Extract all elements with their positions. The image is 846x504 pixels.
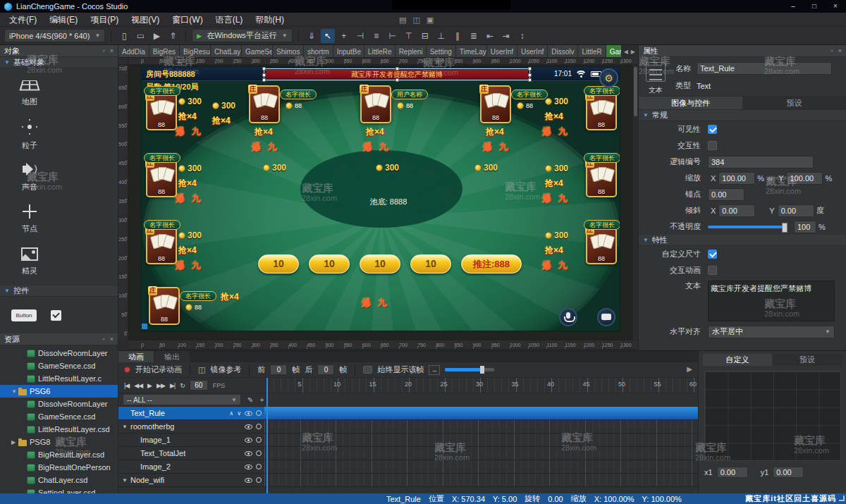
- expander-icon[interactable]: ▼: [121, 477, 128, 484]
- visibility-icon[interactable]: [245, 411, 252, 416]
- record-label[interactable]: 开始记录动画: [135, 364, 182, 375]
- tree-item[interactable]: GameSence.csd: [0, 359, 118, 372]
- track-head[interactable]: Text_Rule∧∨: [118, 407, 264, 419]
- opacity-slider[interactable]: [708, 226, 787, 228]
- layout-grid-icon[interactable]: ▣: [427, 16, 434, 25]
- canvas-tab[interactable]: shortm: [304, 45, 333, 58]
- timeline-track[interactable]: Image_1: [118, 434, 698, 447]
- menu-item[interactable]: 窗口(W): [166, 13, 209, 27]
- canvas-tab[interactable]: AddDia: [118, 45, 149, 58]
- lock-icon[interactable]: [256, 437, 262, 443]
- dock-icon[interactable]: ▫: [831, 47, 833, 54]
- menu-item[interactable]: 帮助(H): [249, 13, 290, 27]
- track-timeline[interactable]: [264, 407, 698, 419]
- close-panel-icon[interactable]: ×: [110, 336, 114, 343]
- tab-preset-curve[interactable]: 预设: [773, 354, 842, 366]
- loop-icon[interactable]: ↻: [180, 382, 185, 389]
- player-tile[interactable]: 庄88: [586, 159, 617, 197]
- tree-item[interactable]: LittleResultLayer.csd: [0, 423, 118, 436]
- canvas-tab[interactable]: InputBe: [333, 45, 364, 58]
- opacity-input[interactable]: [794, 221, 816, 233]
- lock-icon[interactable]: [256, 464, 262, 469]
- canvas-tab[interactable]: Setting: [427, 45, 456, 58]
- canvas-tab[interactable]: BigResu: [180, 45, 211, 58]
- expand-timeline-icon[interactable]: ▶: [687, 365, 692, 373]
- visibility-icon[interactable]: [245, 478, 252, 483]
- layout-columns-icon[interactable]: ▤: [399, 16, 406, 25]
- first-frame-icon[interactable]: |◀: [124, 382, 129, 389]
- record-icon[interactable]: [124, 367, 130, 373]
- general-section[interactable]: ▼ 常规: [639, 110, 846, 121]
- curve-grid[interactable]: [704, 371, 841, 461]
- voice-button[interactable]: [559, 308, 577, 326]
- link-scale-icon[interactable]: ∞: [764, 174, 776, 183]
- track-timeline[interactable]: [264, 434, 698, 446]
- lock-icon[interactable]: [256, 450, 262, 456]
- align-bottom-icon[interactable]: ⊥: [434, 29, 448, 43]
- canvas-vertical-scrollbar[interactable]: [632, 65, 638, 340]
- canvas-tab[interactable]: BigRes: [149, 45, 180, 58]
- select-tool-icon[interactable]: ↖: [321, 29, 335, 43]
- scale-y-input[interactable]: [786, 172, 823, 185]
- preview-play-icon[interactable]: ▶: [149, 29, 164, 43]
- track-head[interactable]: ▼roomotherbg: [118, 420, 264, 433]
- zoom-fit-icon[interactable]: ↔: [429, 365, 440, 375]
- player-tile[interactable]: 庄88: [360, 85, 391, 123]
- move-tool-icon[interactable]: +: [337, 29, 351, 43]
- canvas-tab[interactable]: Shimos: [273, 45, 304, 58]
- device-select[interactable]: iPhone 4/4S(960 * 640) ▼: [4, 29, 105, 42]
- tree-item[interactable]: GameSence.csd: [0, 410, 118, 423]
- align-left-icon[interactable]: ⊣: [353, 29, 367, 43]
- controls-section[interactable]: ▼ 控件: [0, 285, 118, 297]
- canvas-view[interactable]: 池底: 8888 房间号888888 藏宝库开发者提醒您严禁赌博 17:01 局…: [128, 65, 632, 340]
- tab-scroll-left-icon[interactable]: ◀: [624, 49, 628, 55]
- track-timeline[interactable]: [264, 474, 698, 486]
- stretch-left-icon[interactable]: ⇤: [483, 29, 497, 43]
- canvas-tab[interactable]: ChatLay: [211, 45, 242, 58]
- stretch-right-icon[interactable]: ⇥: [499, 29, 513, 43]
- move-down-icon[interactable]: ∨: [237, 410, 241, 417]
- text-content-input[interactable]: 藏宝库开发者提醒您严禁赌博: [708, 281, 835, 321]
- tree-item[interactable]: LittleResultLayer.c: [0, 372, 118, 385]
- menu-item[interactable]: 项目(P): [84, 13, 125, 27]
- custom-size-checkbox[interactable]: [708, 250, 717, 259]
- tab-custom-curve[interactable]: 自定义: [703, 354, 772, 366]
- scrollbar-thumb[interactable]: [634, 67, 637, 116]
- before-frames-input[interactable]: [270, 364, 287, 375]
- canvas-tab[interactable]: LittleRe: [364, 45, 396, 58]
- distribute-v-icon[interactable]: ≣: [467, 29, 481, 43]
- interact-anim-checkbox[interactable]: [708, 266, 717, 275]
- feature-section[interactable]: ▼ 特性: [639, 235, 846, 246]
- button-control-icon[interactable]: Button: [11, 309, 37, 321]
- mirror-label[interactable]: 镜像参考: [210, 364, 241, 375]
- object-item[interactable]: 声音: [0, 156, 59, 198]
- timeline-track[interactable]: ▼roomotherbg: [118, 420, 698, 434]
- expander-icon[interactable]: ▼: [11, 388, 18, 395]
- y1-input[interactable]: [773, 467, 804, 478]
- canvas-tab[interactable]: TimeLay: [456, 45, 487, 58]
- next-frame-icon[interactable]: ▶▶: [157, 382, 165, 389]
- bet-button[interactable]: 10: [309, 254, 350, 273]
- canvas-tab[interactable]: Repleni: [396, 45, 427, 58]
- game-scene[interactable]: 池底: 8888 房间号888888 藏宝库开发者提醒您严禁赌博 17:01 局…: [141, 66, 620, 331]
- track-timeline[interactable]: [264, 420, 698, 433]
- track-head[interactable]: ▼Node_wifi: [118, 474, 264, 486]
- tab-animation[interactable]: 动画: [118, 351, 154, 362]
- tree-item[interactable]: ChatLayer.csd: [0, 474, 118, 486]
- timeline-zoom-slider[interactable]: [445, 368, 494, 371]
- visibility-icon[interactable]: [245, 465, 252, 469]
- player-tile[interactable]: 庄88: [586, 226, 617, 264]
- tab-image-controls[interactable]: 图像与控件: [639, 97, 742, 109]
- menu-item[interactable]: 语言(L): [209, 13, 250, 27]
- close-panel-icon[interactable]: ×: [110, 47, 114, 54]
- last-frame-icon[interactable]: ▶|: [170, 382, 175, 389]
- player-tile[interactable]: 庄88: [586, 92, 617, 130]
- interactive-checkbox[interactable]: [708, 141, 717, 150]
- tree-item[interactable]: BigResultOnePerson: [0, 461, 118, 474]
- rule-marquee[interactable]: 藏宝库开发者提醒您严禁赌博: [266, 70, 528, 79]
- resize-grip[interactable]: [839, 496, 845, 501]
- expander-icon[interactable]: ▼: [121, 424, 128, 430]
- bet-button[interactable]: 10: [258, 254, 299, 273]
- scale-x-input[interactable]: [718, 172, 755, 185]
- visible-checkbox[interactable]: [708, 125, 717, 134]
